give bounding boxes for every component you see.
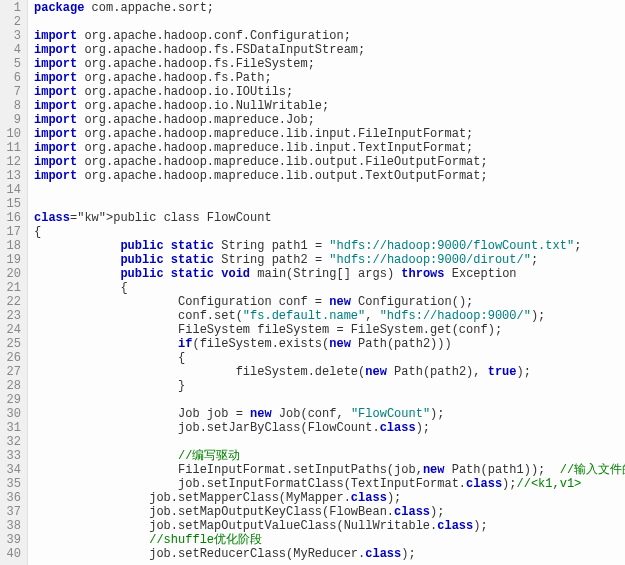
code-line[interactable]: conf.set("fs.default.name", "hdfs://hado… [34, 309, 625, 323]
code-line[interactable]: //编写驱动 [34, 449, 625, 463]
line-number: 11 [0, 141, 21, 155]
line-number: 34 [0, 463, 21, 477]
line-number: 17 [0, 225, 21, 239]
line-number: 30 [0, 407, 21, 421]
code-line[interactable]: public static String path2 = "hdfs://had… [34, 253, 625, 267]
line-number: 40 [0, 547, 21, 561]
code-line[interactable] [34, 393, 625, 407]
code-line[interactable]: { [34, 281, 625, 295]
code-line[interactable]: import org.apache.hadoop.io.IOUtils; [34, 85, 625, 99]
line-number: 1 [0, 1, 21, 15]
line-number: 35 [0, 477, 21, 491]
code-line[interactable]: import org.apache.hadoop.mapreduce.lib.o… [34, 169, 625, 183]
code-line[interactable] [34, 435, 625, 449]
line-number: 22 [0, 295, 21, 309]
line-number: 3 [0, 29, 21, 43]
line-number: 8 [0, 99, 21, 113]
code-line[interactable] [34, 197, 625, 211]
line-number: 23 [0, 309, 21, 323]
code-line[interactable]: import org.apache.hadoop.io.NullWritable… [34, 99, 625, 113]
code-line[interactable]: { [34, 225, 625, 239]
line-number: 2 [0, 15, 21, 29]
line-number: 24 [0, 323, 21, 337]
code-line[interactable]: class="kw">public class FlowCount [34, 211, 625, 225]
line-number: 10 [0, 127, 21, 141]
line-number: 27 [0, 365, 21, 379]
line-number: 4 [0, 43, 21, 57]
line-number: 14 [0, 183, 21, 197]
line-number-gutter: 1234567891011121314151617181920212223242… [0, 0, 28, 565]
code-line[interactable] [34, 183, 625, 197]
code-line[interactable]: job.setMapOutputValueClass(NullWritable.… [34, 519, 625, 533]
code-line[interactable]: job.setInputFormatClass(TextInputFormat.… [34, 477, 625, 491]
code-line[interactable]: import org.apache.hadoop.mapreduce.lib.i… [34, 141, 625, 155]
code-line[interactable]: //shuffle优化阶段 [34, 533, 625, 547]
line-number: 31 [0, 421, 21, 435]
line-number: 6 [0, 71, 21, 85]
code-line[interactable]: { [34, 351, 625, 365]
code-line[interactable]: import org.apache.hadoop.fs.Path; [34, 71, 625, 85]
code-line[interactable]: import org.apache.hadoop.mapreduce.Job; [34, 113, 625, 127]
code-line[interactable]: fileSystem.delete(new Path(path2), true)… [34, 365, 625, 379]
code-line[interactable]: Configuration conf = new Configuration()… [34, 295, 625, 309]
line-number: 32 [0, 435, 21, 449]
code-line[interactable]: FileInputFormat.setInputPaths(job,new Pa… [34, 463, 625, 477]
code-line[interactable]: public static String path1 = "hdfs://had… [34, 239, 625, 253]
line-number: 36 [0, 491, 21, 505]
code-line[interactable]: import org.apache.hadoop.conf.Configurat… [34, 29, 625, 43]
line-number: 19 [0, 253, 21, 267]
code-line[interactable]: job.setJarByClass(FlowCount.class); [34, 421, 625, 435]
code-line[interactable]: import org.apache.hadoop.mapreduce.lib.o… [34, 155, 625, 169]
line-number: 16 [0, 211, 21, 225]
code-line[interactable]: if(fileSystem.exists(new Path(path2))) [34, 337, 625, 351]
code-line[interactable] [34, 15, 625, 29]
code-line[interactable]: } [34, 379, 625, 393]
code-line[interactable]: package com.appache.sort; [34, 1, 625, 15]
line-number: 21 [0, 281, 21, 295]
line-number: 7 [0, 85, 21, 99]
code-line[interactable]: job.setReducerClass(MyReducer.class); [34, 547, 625, 561]
line-number: 29 [0, 393, 21, 407]
code-editor-content[interactable]: package com.appache.sort; import org.apa… [28, 0, 625, 565]
line-number: 12 [0, 155, 21, 169]
line-number: 13 [0, 169, 21, 183]
line-number: 15 [0, 197, 21, 211]
line-number: 33 [0, 449, 21, 463]
code-line[interactable]: job.setMapOutputKeyClass(FlowBean.class)… [34, 505, 625, 519]
line-number: 20 [0, 267, 21, 281]
line-number: 18 [0, 239, 21, 253]
line-number: 38 [0, 519, 21, 533]
line-number: 37 [0, 505, 21, 519]
line-number: 39 [0, 533, 21, 547]
line-number: 26 [0, 351, 21, 365]
code-line[interactable]: FileSystem fileSystem = FileSystem.get(c… [34, 323, 625, 337]
code-line[interactable]: public static void main(String[] args) t… [34, 267, 625, 281]
code-line[interactable]: import org.apache.hadoop.mapreduce.lib.i… [34, 127, 625, 141]
code-line[interactable]: import org.apache.hadoop.fs.FSDataInputS… [34, 43, 625, 57]
line-number: 25 [0, 337, 21, 351]
code-line[interactable]: job.setMapperClass(MyMapper.class); [34, 491, 625, 505]
line-number: 5 [0, 57, 21, 71]
code-line[interactable]: Job job = new Job(conf, "FlowCount"); [34, 407, 625, 421]
line-number: 9 [0, 113, 21, 127]
line-number: 28 [0, 379, 21, 393]
code-line[interactable]: import org.apache.hadoop.fs.FileSystem; [34, 57, 625, 71]
